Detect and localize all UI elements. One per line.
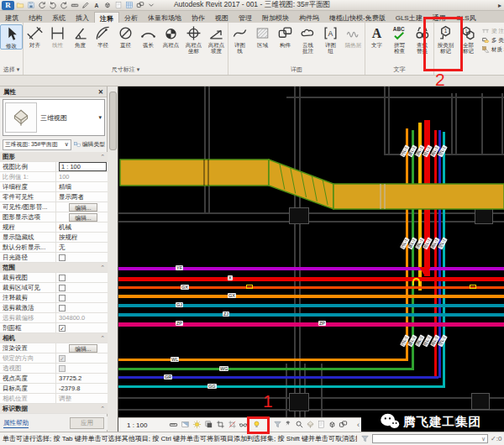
vcb-visual-style[interactable] [180, 419, 191, 430]
ribbon-btn-region[interactable]: 区域 [251, 24, 274, 48]
pipe[interactable] [118, 286, 504, 289]
edit-button[interactable]: 编辑... [69, 213, 97, 222]
ribbon-btn-spelling[interactable]: ABC拼写 检查 [388, 24, 411, 55]
component-icon[interactable] [135, 1, 145, 10]
vcb-constraints[interactable] [283, 419, 294, 430]
filter-icon[interactable] [360, 434, 370, 443]
value-input[interactable]: 1 : 100 [59, 162, 107, 171]
collapse-icon[interactable]: ⌃ [100, 264, 108, 271]
tab-insert[interactable]: 插入 [71, 12, 94, 23]
value-cell[interactable]: 调整 [59, 395, 71, 403]
ribbon-btn-spot-slope[interactable]: 高程点 坡度 [205, 24, 228, 55]
tab-gls-struct[interactable]: GLS土建 [391, 12, 428, 23]
ribbon-btn-angular[interactable]: 角度 [69, 24, 92, 48]
tab-addins[interactable]: 附加模块 [257, 12, 294, 23]
checkbox[interactable]: ✓ [59, 355, 66, 362]
tab-analyze[interactable]: 分析 [119, 12, 143, 23]
ribbon-btn-material-tag[interactable]: 材质 标记 [481, 45, 504, 54]
vcb-thin-lines[interactable] [168, 419, 179, 430]
value-cell[interactable]: 显示两者 [59, 193, 84, 202]
ribbon-btn-detail-group[interactable]: A详图 组 [319, 24, 342, 55]
tab-massing-site[interactable]: 体量和场地 [143, 12, 186, 23]
measure-icon[interactable] [70, 1, 80, 10]
ribbon-btn-radial[interactable]: 半径 [92, 24, 114, 48]
checkbox[interactable]: ✓ [59, 325, 66, 332]
vcb-view-ref[interactable] [316, 419, 327, 430]
tab-manage[interactable]: 管理 [234, 12, 257, 23]
ribbon-btn-modify[interactable]: 修改 [0, 24, 23, 50]
redo-icon[interactable] [59, 1, 69, 10]
sheet-icon[interactable] [113, 1, 123, 10]
tab-structure[interactable]: 结构 [24, 12, 47, 23]
scrollbar-thumb[interactable] [109, 92, 117, 150]
tab-collaborate[interactable]: 协作 [186, 12, 210, 23]
tab-systems[interactable]: 系统 [47, 12, 71, 23]
ribbon-btn-detail-line[interactable]: 详图 线 [228, 24, 251, 55]
vcb-crop-view[interactable] [215, 419, 226, 430]
value-cell[interactable]: 机械 [59, 223, 71, 232]
type-dropdown-arrow[interactable]: ▾ [98, 114, 104, 121]
section-header[interactable]: 标识数据⌃ [0, 404, 108, 414]
vcb-worksharing[interactable] [305, 419, 316, 430]
checkbox[interactable] [59, 305, 66, 312]
checkbox[interactable] [59, 365, 66, 372]
collapse-icon[interactable]: ⌃ [100, 335, 108, 342]
section-header[interactable]: 图形⌃ [0, 152, 108, 162]
pipe-tee-fitting[interactable] [419, 267, 431, 276]
ribbon-btn-revision-cloud[interactable]: 云线 批注 [297, 24, 319, 55]
edit-button[interactable]: 编辑... [69, 344, 97, 353]
ribbon-btn-insulation[interactable]: 隔热层 [342, 24, 365, 48]
value-cell[interactable]: 无 [59, 243, 66, 252]
save-icon[interactable] [26, 1, 36, 10]
type-selector[interactable]: 三维视图 ▾ [3, 99, 105, 136]
checkbox[interactable] [59, 254, 66, 261]
vcb-sun-settings[interactable] [192, 419, 202, 430]
tab-glsfast[interactable]: 橄榄山快模-免费版 [324, 12, 391, 23]
pipe[interactable] [118, 359, 408, 361]
pencil-icon[interactable] [81, 1, 91, 10]
sync-icon[interactable] [37, 1, 47, 10]
properties-close-icon[interactable]: ✕ [98, 86, 103, 97]
texticon-icon[interactable]: A [92, 1, 102, 10]
ribbon-btn-beam-annotations[interactable]: 梁 注释 [481, 27, 504, 35]
apply-button[interactable]: 应用 [70, 417, 104, 429]
pipe[interactable] [118, 385, 445, 388]
titlebar-expand-icon[interactable]: ▸ [498, 2, 501, 9]
gridblue-icon[interactable] [124, 1, 134, 10]
value-cell[interactable]: 100 [59, 173, 70, 181]
ribbon-btn-diameter[interactable]: 直径 [114, 24, 137, 48]
pipe[interactable] [118, 313, 504, 317]
valve-symbol[interactable] [246, 285, 253, 289]
nav3d-icon[interactable] [102, 1, 113, 10]
checkbox[interactable] [59, 275, 66, 281]
edit-type-button[interactable]: 编辑类型 [73, 140, 105, 149]
value-cell[interactable]: 按规程 [59, 233, 78, 242]
chevdown-icon[interactable] [146, 1, 156, 10]
vcb-show-crop[interactable] [227, 419, 238, 430]
section-header[interactable]: 范围⌃ [0, 263, 108, 273]
undo-icon[interactable] [48, 1, 58, 10]
ribbon-btn-multi-category[interactable]: 多 类别 [481, 36, 504, 44]
ribbon-btn-spot-coordinate[interactable]: 高程点 坐标 [182, 24, 205, 55]
revit-logo[interactable]: R [2, 1, 14, 10]
edit-button[interactable]: 编辑... [69, 203, 97, 212]
properties-scrollbar[interactable] [108, 86, 118, 432]
tab-architecture[interactable]: 建筑 [0, 12, 24, 23]
collapse-icon[interactable]: ⌃ [100, 154, 108, 160]
vcb-link-icon[interactable] [327, 419, 338, 430]
section-header[interactable]: 相机⌃ [0, 333, 108, 343]
checkbox[interactable] [59, 295, 66, 301]
view-selector-dropdown[interactable]: 三维视图: 35#平面图 ∨ [3, 139, 71, 150]
tab-view[interactable]: 视图 [210, 12, 234, 23]
value-cell[interactable]: -2379.8 [59, 385, 80, 392]
drawing-area[interactable]: YFXGXGXGJZJZPZPWLWGGRGG污L-1废L-1消L-1给L-1雨… [118, 86, 504, 417]
value-cell[interactable]: 37725.2 [59, 374, 81, 382]
ribbon-btn-component[interactable]: 构件 [274, 24, 297, 48]
checkbox[interactable] [59, 285, 66, 291]
ribbon-btn-spot-elevation[interactable]: 高程点 [160, 24, 182, 48]
pipe[interactable] [118, 277, 504, 281]
tab-component-hub[interactable]: 构件坞 [294, 12, 324, 23]
value-cell[interactable]: 精细 [59, 183, 71, 191]
ribbon-btn-text[interactable]: A文字 [365, 24, 388, 48]
pipe[interactable] [118, 295, 504, 298]
